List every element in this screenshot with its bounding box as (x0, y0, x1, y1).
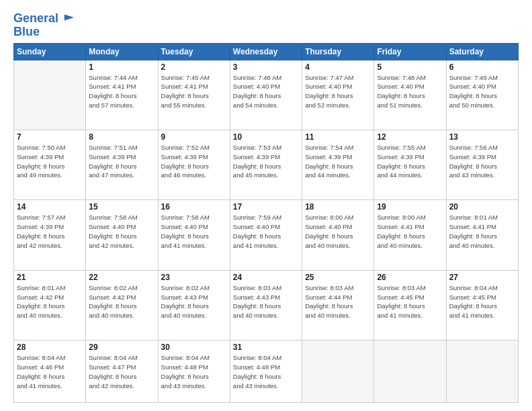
weekday-header: Wednesday (230, 43, 302, 60)
logo-arrow-icon (63, 13, 75, 22)
day-info: Sunrise: 8:00 AMSunset: 4:41 PMDaylight:… (377, 213, 443, 250)
day-number: 11 (305, 132, 371, 142)
calendar-week-row: 7Sunrise: 7:50 AMSunset: 4:39 PMDaylight… (14, 130, 519, 200)
day-number: 7 (17, 132, 83, 142)
day-number: 6 (449, 62, 515, 72)
day-info: Sunrise: 8:01 AMSunset: 4:41 PMDaylight:… (449, 213, 515, 250)
day-info: Sunrise: 7:49 AMSunset: 4:40 PMDaylight:… (449, 73, 515, 110)
weekday-header: Tuesday (158, 43, 230, 60)
day-number: 26 (377, 273, 443, 282)
day-number: 16 (161, 202, 227, 212)
day-info: Sunrise: 8:04 AMSunset: 4:45 PMDaylight:… (449, 283, 515, 320)
calendar-day-cell (374, 340, 446, 403)
day-info: Sunrise: 7:54 AMSunset: 4:39 PMDaylight:… (305, 143, 371, 180)
day-number: 21 (17, 273, 83, 282)
calendar-day-cell: 7Sunrise: 7:50 AMSunset: 4:39 PMDaylight… (14, 130, 86, 200)
day-info: Sunrise: 8:02 AMSunset: 4:42 PMDaylight:… (89, 283, 154, 320)
calendar-day-cell: 1Sunrise: 7:44 AMSunset: 4:41 PMDaylight… (86, 60, 158, 130)
calendar-day-cell: 29Sunrise: 8:04 AMSunset: 4:47 PMDayligh… (86, 340, 158, 403)
svg-marker-0 (64, 15, 74, 21)
calendar-day-cell: 27Sunrise: 8:04 AMSunset: 4:45 PMDayligh… (446, 270, 518, 340)
day-info: Sunrise: 7:59 AMSunset: 4:40 PMDaylight:… (233, 213, 299, 250)
day-number: 19 (377, 202, 443, 212)
calendar-day-cell: 21Sunrise: 8:01 AMSunset: 4:42 PMDayligh… (14, 270, 86, 340)
calendar-day-cell: 14Sunrise: 7:57 AMSunset: 4:39 PMDayligh… (14, 200, 86, 270)
day-info: Sunrise: 7:45 AMSunset: 4:41 PMDaylight:… (161, 73, 227, 110)
calendar-week-row: 1Sunrise: 7:44 AMSunset: 4:41 PMDaylight… (14, 60, 519, 130)
calendar-day-cell: 20Sunrise: 8:01 AMSunset: 4:41 PMDayligh… (446, 200, 518, 270)
day-info: Sunrise: 8:04 AMSunset: 4:47 PMDaylight:… (89, 353, 154, 390)
day-number: 29 (89, 342, 154, 352)
day-info: Sunrise: 7:47 AMSunset: 4:40 PMDaylight:… (305, 73, 371, 110)
day-info: Sunrise: 8:04 AMSunset: 4:46 PMDaylight:… (17, 353, 83, 390)
calendar-day-cell: 4Sunrise: 7:47 AMSunset: 4:40 PMDaylight… (302, 60, 374, 130)
day-number: 12 (377, 132, 443, 142)
day-info: Sunrise: 7:44 AMSunset: 4:41 PMDaylight:… (89, 73, 154, 110)
day-info: Sunrise: 8:01 AMSunset: 4:42 PMDaylight:… (17, 283, 83, 320)
day-number: 17 (233, 202, 299, 212)
header: General Blue (13, 12, 519, 39)
calendar-day-cell (446, 340, 518, 403)
calendar-week-row: 28Sunrise: 8:04 AMSunset: 4:46 PMDayligh… (14, 340, 519, 403)
calendar-header-row: SundayMondayTuesdayWednesdayThursdayFrid… (14, 43, 519, 60)
day-info: Sunrise: 7:50 AMSunset: 4:39 PMDaylight:… (17, 143, 83, 180)
day-number: 2 (161, 62, 227, 72)
day-info: Sunrise: 7:58 AMSunset: 4:40 PMDaylight:… (161, 213, 227, 250)
day-number: 13 (449, 132, 515, 142)
calendar-day-cell: 6Sunrise: 7:49 AMSunset: 4:40 PMDaylight… (446, 60, 518, 130)
day-info: Sunrise: 8:04 AMSunset: 4:48 PMDaylight:… (161, 353, 227, 390)
calendar-day-cell: 30Sunrise: 8:04 AMSunset: 4:48 PMDayligh… (158, 340, 230, 403)
calendar-day-cell: 13Sunrise: 7:56 AMSunset: 4:39 PMDayligh… (446, 130, 518, 200)
day-number: 28 (17, 342, 83, 352)
calendar-day-cell: 31Sunrise: 8:04 AMSunset: 4:48 PMDayligh… (230, 340, 302, 403)
calendar-day-cell: 18Sunrise: 8:00 AMSunset: 4:40 PMDayligh… (302, 200, 374, 270)
calendar-day-cell: 16Sunrise: 7:58 AMSunset: 4:40 PMDayligh… (158, 200, 230, 270)
day-number: 27 (449, 273, 515, 282)
calendar-table: SundayMondayTuesdayWednesdayThursdayFrid… (13, 43, 519, 403)
day-number: 18 (305, 202, 371, 212)
calendar-day-cell: 19Sunrise: 8:00 AMSunset: 4:41 PMDayligh… (374, 200, 446, 270)
day-number: 9 (161, 132, 227, 142)
day-number: 25 (305, 273, 371, 282)
calendar-day-cell: 5Sunrise: 7:48 AMSunset: 4:40 PMDaylight… (374, 60, 446, 130)
day-info: Sunrise: 8:03 AMSunset: 4:43 PMDaylight:… (233, 283, 299, 320)
day-info: Sunrise: 7:46 AMSunset: 4:40 PMDaylight:… (233, 73, 299, 110)
logo: General Blue (13, 12, 75, 39)
day-number: 30 (161, 342, 227, 352)
calendar-day-cell: 2Sunrise: 7:45 AMSunset: 4:41 PMDaylight… (158, 60, 230, 130)
calendar-day-cell: 3Sunrise: 7:46 AMSunset: 4:40 PMDaylight… (230, 60, 302, 130)
calendar-day-cell (14, 60, 86, 130)
day-number: 31 (233, 342, 299, 352)
calendar-day-cell: 12Sunrise: 7:55 AMSunset: 4:39 PMDayligh… (374, 130, 446, 200)
day-number: 15 (89, 202, 154, 212)
day-info: Sunrise: 7:52 AMSunset: 4:39 PMDaylight:… (161, 143, 227, 180)
calendar-week-row: 14Sunrise: 7:57 AMSunset: 4:39 PMDayligh… (14, 200, 519, 270)
calendar-day-cell (302, 340, 374, 403)
day-info: Sunrise: 7:53 AMSunset: 4:39 PMDaylight:… (233, 143, 299, 180)
calendar-week-row: 21Sunrise: 8:01 AMSunset: 4:42 PMDayligh… (14, 270, 519, 340)
day-number: 10 (233, 132, 299, 142)
day-number: 14 (17, 202, 83, 212)
day-info: Sunrise: 7:57 AMSunset: 4:39 PMDaylight:… (17, 213, 83, 250)
day-info: Sunrise: 8:03 AMSunset: 4:44 PMDaylight:… (305, 283, 371, 320)
day-info: Sunrise: 7:58 AMSunset: 4:40 PMDaylight:… (89, 213, 154, 250)
calendar-day-cell: 28Sunrise: 8:04 AMSunset: 4:46 PMDayligh… (14, 340, 86, 403)
day-info: Sunrise: 8:04 AMSunset: 4:48 PMDaylight:… (233, 353, 299, 390)
day-number: 20 (449, 202, 515, 212)
day-info: Sunrise: 8:00 AMSunset: 4:40 PMDaylight:… (305, 213, 371, 250)
day-number: 5 (377, 62, 443, 72)
day-info: Sunrise: 7:55 AMSunset: 4:39 PMDaylight:… (377, 143, 443, 180)
calendar-day-cell: 15Sunrise: 7:58 AMSunset: 4:40 PMDayligh… (86, 200, 158, 270)
day-number: 22 (89, 273, 154, 282)
calendar-day-cell: 8Sunrise: 7:51 AMSunset: 4:39 PMDaylight… (86, 130, 158, 200)
day-number: 1 (89, 62, 154, 72)
day-info: Sunrise: 7:48 AMSunset: 4:40 PMDaylight:… (377, 73, 443, 110)
calendar-day-cell: 24Sunrise: 8:03 AMSunset: 4:43 PMDayligh… (230, 270, 302, 340)
day-info: Sunrise: 8:03 AMSunset: 4:45 PMDaylight:… (377, 283, 443, 320)
calendar-day-cell: 17Sunrise: 7:59 AMSunset: 4:40 PMDayligh… (230, 200, 302, 270)
logo-blue-text: Blue (13, 26, 40, 39)
calendar-day-cell: 10Sunrise: 7:53 AMSunset: 4:39 PMDayligh… (230, 130, 302, 200)
page: General Blue SundayMondayTuesdayWednesda… (0, 0, 532, 411)
day-number: 4 (305, 62, 371, 72)
weekday-header: Friday (374, 43, 446, 60)
